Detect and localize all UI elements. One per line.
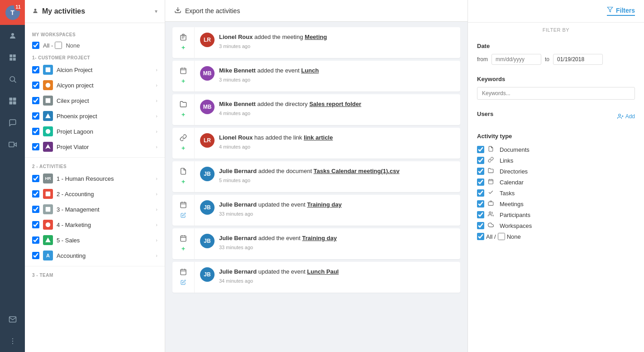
viator-icon (43, 142, 53, 152)
cilex-checkbox[interactable] (32, 97, 39, 104)
activity-type-item-tasks: Tasks (477, 188, 635, 198)
sidebar-item-mgmt[interactable]: 3 - Management › (25, 202, 165, 217)
sidebar-item-hr[interactable]: HR 1 - Human Resources › (25, 171, 165, 186)
marketing-icon (43, 220, 53, 230)
action-icon (181, 279, 186, 286)
directories-type-checkbox[interactable] (477, 168, 484, 175)
marketing-checkbox[interactable] (32, 221, 39, 228)
alcyon-icon (43, 80, 53, 90)
export-label[interactable]: Export the activities (185, 7, 240, 14)
activity-text-block: Julie Bernard added the event Training d… (219, 234, 455, 250)
svg-point-15 (12, 343, 13, 344)
sidebar-item-cilex[interactable]: Cilex project › (25, 93, 165, 108)
all-checkbox[interactable] (32, 42, 39, 49)
workspaces-type-checkbox[interactable] (477, 222, 484, 229)
activity-type-item-meetings: Meetings (477, 198, 635, 209)
acc-checkbox[interactable] (32, 252, 39, 259)
phoenix-checkbox[interactable] (32, 112, 39, 120)
alcion-checkbox[interactable] (32, 66, 39, 73)
all-label: All - (43, 42, 53, 49)
date-from-input[interactable] (491, 54, 541, 65)
activity-left (172, 128, 194, 159)
date-section-title: Date (477, 43, 635, 49)
activity-type-section: Activity type Documents Links Directorie… (468, 127, 644, 247)
filters-button[interactable]: Filters (607, 6, 635, 16)
alcion-icon (43, 65, 53, 75)
nav-video-icon[interactable] (0, 134, 25, 155)
nav-mail-icon[interactable] (0, 309, 25, 330)
all-none-filter-row: All / None (477, 231, 635, 242)
activity-time: 3 minutes ago (219, 43, 455, 49)
nav-more-icon[interactable] (0, 330, 25, 352)
sidebar-item-accounting2[interactable]: 2 - Accounting › (25, 186, 165, 202)
nav-search-icon[interactable] (0, 68, 25, 90)
workspaces-type-label: Workspaces (500, 222, 532, 229)
sales-checkbox[interactable] (32, 236, 39, 244)
keywords-input[interactable] (477, 87, 635, 100)
none-checkbox[interactable] (55, 42, 62, 49)
nav-grid-icon[interactable] (0, 90, 25, 112)
section-my-workspaces: MY WORKSPACES (25, 29, 165, 39)
activity-time: 3 minutes ago (219, 77, 455, 82)
svg-marker-11 (14, 143, 16, 146)
activity-item: JB Julie Bernard added the document Task… (172, 161, 460, 192)
all-type-checkbox[interactable] (477, 233, 484, 240)
svg-rect-50 (181, 236, 186, 241)
svg-rect-3 (10, 58, 12, 61)
type-icon (180, 67, 187, 76)
type-icon (180, 168, 187, 177)
filters-label: Filters (616, 7, 635, 14)
mgmt-chevron: › (156, 207, 157, 212)
svg-rect-9 (9, 101, 12, 105)
participants-type-checkbox[interactable] (477, 211, 484, 218)
svg-rect-19 (46, 98, 51, 103)
meetings-type-checkbox[interactable] (477, 200, 484, 207)
sidebar-chevron-icon[interactable]: ▾ (155, 8, 157, 14)
viator-checkbox[interactable] (32, 143, 39, 150)
alcyon-checkbox[interactable] (32, 82, 39, 89)
tasks-type-checkbox[interactable] (477, 189, 484, 197)
activity-content: JB Julie Bernard added the document Task… (194, 161, 460, 192)
activity-text-block: Mike Bennett added the event Lunch 3 min… (219, 66, 455, 82)
date-to-input[interactable] (553, 54, 603, 65)
user-name: Julie Bernard (219, 235, 257, 241)
action-icon (181, 145, 186, 152)
links-type-checkbox[interactable] (477, 157, 484, 164)
activity-type-item-workspaces: Workspaces (477, 220, 635, 231)
calendar-type-icon (488, 178, 496, 186)
nav-chat-icon[interactable] (0, 112, 25, 134)
sidebar-item-alcion[interactable]: Alcion Project › (25, 62, 165, 77)
none-type-checkbox[interactable] (498, 233, 505, 240)
keywords-section-title: Keywords (477, 76, 635, 82)
activity-content: LR Lionel Roux added the meeting Meeting… (194, 27, 460, 58)
sidebar-item-sales[interactable]: 5 - Sales › (25, 232, 165, 248)
hr-chevron: › (156, 176, 157, 181)
mgmt-checkbox[interactable] (32, 206, 39, 213)
nav-home-icon[interactable] (0, 47, 25, 68)
documents-type-checkbox[interactable] (477, 146, 484, 153)
sidebar-item-marketing[interactable]: 4 - Marketing › (25, 217, 165, 232)
lagoon-checkbox[interactable] (32, 128, 39, 135)
add-user-button[interactable]: Add (617, 113, 635, 120)
app-logo[interactable]: T 11 (0, 0, 25, 25)
svg-point-13 (12, 338, 13, 339)
hr-checkbox[interactable] (32, 175, 39, 182)
sidebar-item-alcyon[interactable]: Alcyon project › (25, 77, 165, 93)
sidebar-item-lagoon[interactable]: Projet Lagoon › (25, 124, 165, 139)
date-filter-section: Date from to (468, 37, 644, 70)
activity-content: MB Mike Bennett added the directory Sale… (194, 94, 460, 125)
calendar-type-checkbox[interactable] (477, 178, 484, 186)
sidebar-item-viator[interactable]: Projet Viator › (25, 139, 165, 154)
activity-left (172, 27, 194, 58)
acc-chevron: › (156, 253, 157, 258)
sidebar-body: MY WORKSPACES All - None 1- Customer pro… (25, 23, 165, 352)
sidebar-item-acc[interactable]: A Accounting › (25, 248, 165, 263)
activity-text-block: Julie Bernard updated the event Lunch Pa… (219, 267, 455, 284)
svg-rect-7 (9, 98, 12, 101)
svg-rect-10 (13, 101, 16, 105)
activity-time: 4 minutes ago (219, 144, 455, 149)
accounting2-checkbox[interactable] (32, 190, 39, 198)
sidebar-item-phoenix[interactable]: Phoenix project › (25, 108, 165, 124)
activity-inner: MB Mike Bennett added the event Lunch 3 … (200, 66, 455, 82)
nav-user-icon[interactable] (0, 25, 25, 47)
